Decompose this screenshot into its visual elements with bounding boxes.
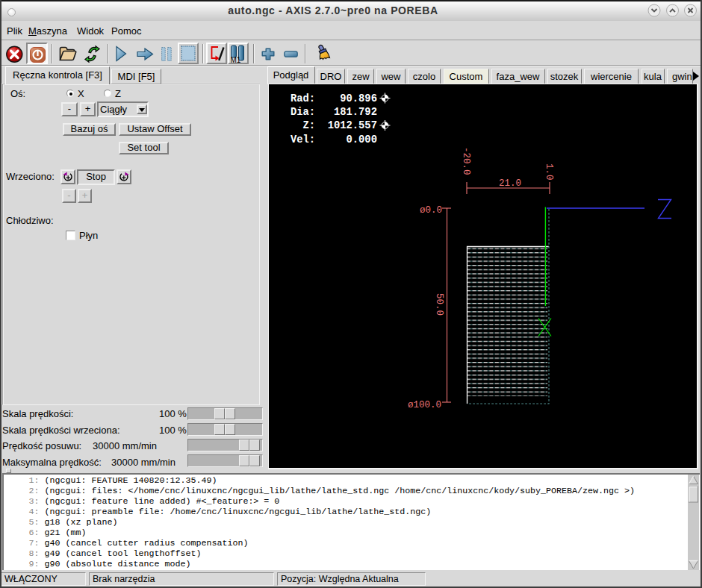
svg-text:50.0: 50.0 xyxy=(434,293,444,316)
svg-text:21.0: 21.0 xyxy=(499,178,521,189)
svg-text:ø0.0: ø0.0 xyxy=(420,205,442,216)
svg-text:M1: M1 xyxy=(231,56,241,63)
svg-text:1.0: 1.0 xyxy=(544,163,554,181)
svg-text:-20.0: -20.0 xyxy=(461,147,471,175)
svg-text:ø100.0: ø100.0 xyxy=(408,400,441,410)
